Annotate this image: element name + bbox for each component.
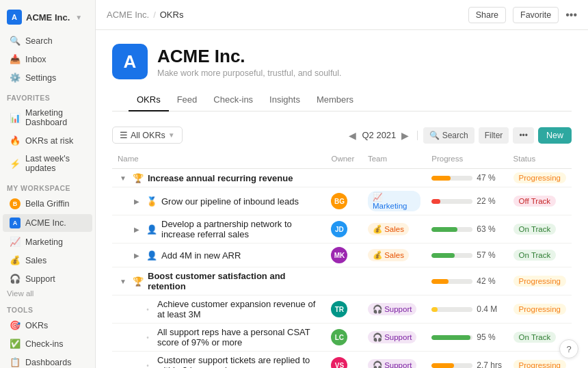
view-all-link[interactable]: View all <box>0 288 95 299</box>
expand-button[interactable]: ▼ <box>118 276 129 287</box>
status-cell: Progressing <box>508 267 572 295</box>
sidebar-item-inbox[interactable]: 📥 Inbox <box>3 51 92 68</box>
status-cell: On Track <box>508 215 572 244</box>
org-icon: A <box>7 10 22 25</box>
status-cell: Progressing <box>508 295 572 324</box>
sidebar-item-search[interactable]: 🔍 Search <box>3 32 92 49</box>
sidebar-item-settings[interactable]: ⚙️ Settings <box>3 69 92 86</box>
table-row[interactable]: ▶👤Develop a partnership network to incre… <box>112 215 572 244</box>
expand-button[interactable]: ▶ <box>131 196 142 207</box>
table-row[interactable]: ▶🏅Grow our pipeline of inbound leadsBG📈 … <box>112 187 572 215</box>
filter-button[interactable]: Filter <box>479 127 509 144</box>
expand-button[interactable]: ▼ <box>118 172 129 183</box>
topbar-more-button[interactable]: ••• <box>565 9 577 21</box>
last-week-label: Last week's updates <box>25 154 85 173</box>
team-badge: 💰 Sales <box>368 249 409 261</box>
page-title: ACME Inc. <box>157 46 342 67</box>
row-name: Add 4M in new ARR <box>161 250 241 261</box>
content-area: ☰ All OKRs ▼ ◀ Q2 2021 ▶ 🔍 🔍 Search Sear… <box>96 118 588 368</box>
tab-okrs[interactable]: OKRs <box>129 89 169 111</box>
owner-cell: MK <box>325 244 362 267</box>
owner-cell: BG <box>325 187 362 215</box>
row-icon: 🏅 <box>146 196 157 207</box>
status-badge: Progressing <box>513 172 566 183</box>
page-title-area: ACME Inc. Make work more purposeful, tru… <box>157 46 342 78</box>
owner-cell: JD <box>325 215 362 244</box>
sidebar-item-acme-inc[interactable]: A ACME Inc. <box>3 214 92 232</box>
sidebar-item-bella-griffin[interactable]: B Bella Griffin <box>3 195 92 213</box>
more-options-button[interactable]: ••• <box>513 127 534 144</box>
org-logo[interactable]: A ACME Inc. ▼ <box>0 5 95 31</box>
favorite-button[interactable]: Favorite <box>513 7 559 23</box>
bullet-icon: • <box>142 334 153 341</box>
sidebar-item-okrs[interactable]: 🎯 OKRs <box>3 317 92 334</box>
quarter-nav: ◀ Q2 2021 ▶ <box>346 129 412 142</box>
expand-button[interactable]: ▶ <box>131 224 142 235</box>
prev-quarter-button[interactable]: ◀ <box>346 129 359 142</box>
row-icon: 👤 <box>146 224 157 235</box>
toolbar-divider <box>417 131 418 140</box>
next-quarter-button[interactable]: ▶ <box>399 129 412 142</box>
progress-value: 2.7 hrs <box>477 360 502 368</box>
org-name: ACME Inc. <box>26 12 70 23</box>
sidebar-item-sales[interactable]: 💰 Sales <box>3 252 92 269</box>
owner-cell <box>325 267 362 295</box>
status-cell: Off Track <box>508 187 572 215</box>
toolbar-row: ☰ All OKRs ▼ ◀ Q2 2021 ▶ 🔍 🔍 Search Sear… <box>112 127 572 144</box>
bella-griffin-label: Bella Griffin <box>25 199 69 209</box>
tab-members[interactable]: Members <box>308 89 362 111</box>
acme-inc-sidebar-icon: A <box>10 218 21 228</box>
org-chevron-icon: ▼ <box>75 14 82 21</box>
sidebar-item-marketing-dashboard[interactable]: 📊 Marketing Dashboard <box>3 105 92 131</box>
help-button[interactable]: ? <box>559 339 578 358</box>
page-icon: A <box>112 44 148 79</box>
table-row[interactable]: •Customer support tickets are replied to… <box>112 352 572 369</box>
okr-table: Name Owner Team Progress Status ▼🏆Increa… <box>112 152 572 368</box>
support-icon: 🎧 <box>10 274 21 284</box>
breadcrumb-org[interactable]: ACME Inc. <box>107 10 149 20</box>
row-name: Develop a partnership network to increas… <box>161 219 320 239</box>
sidebar-item-support[interactable]: 🎧 Support <box>3 270 92 287</box>
table-row[interactable]: •Achieve customer expansion revenue of a… <box>112 295 572 324</box>
table-row[interactable]: ▼🏆Increase annual recurring revenue47 %P… <box>112 169 572 187</box>
progress-cell: 42 % <box>426 267 507 295</box>
progress-value: 42 % <box>477 276 495 286</box>
topbar-actions: Share Favorite ••• <box>468 7 577 23</box>
table-row[interactable]: ▶👤Add 4M in new ARRMK💰 Sales57 %On Track <box>112 244 572 267</box>
okrs-label: OKRs <box>25 321 48 330</box>
team-badge: 🎧 Support <box>368 359 416 368</box>
col-team-header: Team <box>362 152 426 169</box>
table-row[interactable]: •All support reps have a personal CSAT s… <box>112 324 572 352</box>
dashboards-icon: 📋 <box>10 357 21 367</box>
expand-button[interactable]: ▶ <box>131 250 142 261</box>
tab-check-ins[interactable]: Check-ins <box>205 89 261 111</box>
tab-insights[interactable]: Insights <box>261 89 308 111</box>
breadcrumb-current: OKRs <box>160 10 184 20</box>
favorites-section-label: FAVORITES <box>0 87 95 104</box>
progress-value: 47 % <box>477 173 495 183</box>
sidebar-item-marketing[interactable]: 📈 Marketing <box>3 233 92 250</box>
sidebar-item-dashboards[interactable]: 📋 Dashboards <box>3 354 92 368</box>
sidebar-item-okrs-at-risk[interactable]: 🔥 OKRs at risk <box>3 132 92 149</box>
team-cell: 📈 Marketing <box>362 187 426 215</box>
tab-feed[interactable]: Feed <box>169 89 206 111</box>
team-badge: 🎧 Support <box>368 331 416 343</box>
progress-value: 95 % <box>477 332 495 342</box>
filter-icon: ☰ <box>120 130 128 140</box>
search-button[interactable]: 🔍 🔍 Search Search <box>423 127 474 144</box>
all-okrs-filter-button[interactable]: ☰ All OKRs ▼ <box>112 127 183 144</box>
dashboards-label: Dashboards <box>25 358 71 367</box>
new-okr-button[interactable]: New <box>538 127 572 144</box>
col-name-header: Name <box>112 152 325 169</box>
share-button[interactable]: Share <box>468 7 506 23</box>
team-cell: 🎧 Support <box>362 324 426 352</box>
team-cell: 💰 Sales <box>362 215 426 244</box>
quarter-label: Q2 2021 <box>362 130 396 140</box>
table-row[interactable]: ▼🏆Boost customer satisfaction and retent… <box>112 267 572 295</box>
marketing-label: Marketing <box>25 237 63 247</box>
toolbar-right: ◀ Q2 2021 ▶ 🔍 🔍 Search Search Filter •••… <box>346 127 572 144</box>
sidebar-item-last-week-updates[interactable]: ⚡ Last week's updates <box>3 150 92 176</box>
bullet-icon: • <box>142 362 153 369</box>
workspace-section-label: MY WORKSPACE <box>0 177 95 194</box>
sidebar-item-check-ins[interactable]: ✅ Check-ins <box>3 335 92 352</box>
